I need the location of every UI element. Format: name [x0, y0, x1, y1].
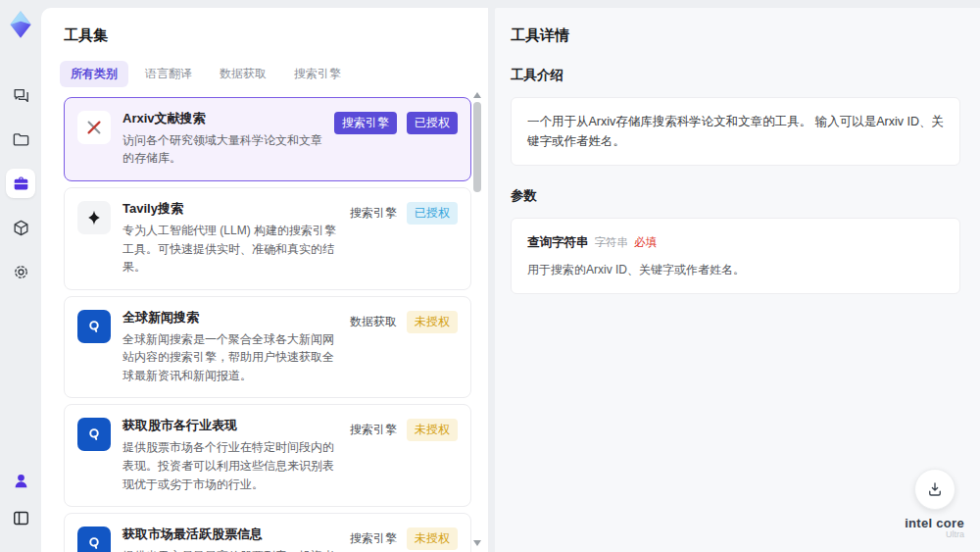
corner-widgets: intel core Ultra [905, 469, 964, 540]
news-icon [77, 527, 111, 552]
app-sidebar [0, 0, 41, 552]
news-icon [77, 418, 111, 451]
tool-card[interactable]: Arxiv文献搜索 访问各个研究领域大量科学论文和文章的存储库。 搜索引擎 已授… [64, 97, 471, 181]
param-name: 查询字符串 [527, 232, 589, 252]
sidebar-item-collapse[interactable] [6, 503, 35, 532]
tool-detail-panel: 工具详情 工具介绍 一个用于从Arxiv存储库搜索科学论文和文章的工具。 输入可… [495, 8, 980, 552]
param-desc: 用于搜索的Arxiv ID、关键字或作者姓名。 [527, 261, 944, 279]
scroll-up-icon[interactable] [473, 92, 481, 98]
tab-all[interactable]: 所有类别 [60, 61, 128, 87]
folder-icon [12, 130, 30, 149]
avatar-icon [12, 472, 30, 490]
param-box: 查询字符串 字符串 必填 用于搜索的Arxiv ID、关键字或作者姓名。 [511, 218, 960, 294]
intro-heading: 工具介绍 [511, 67, 960, 84]
tool-description: 全球新闻搜索是一个聚合全球各大新闻网站内容的搜索引擎，帮助用户快速获取全球最新资… [122, 330, 338, 385]
detail-title: 工具详情 [511, 26, 960, 45]
tool-auth-badge: 已授权 [407, 112, 458, 134]
tool-description: 提供股票市场各个行业在特定时间段内的表现。投资者可以利用这些信息来识别表现优于或… [122, 438, 338, 493]
tab-search[interactable]: 搜索引擎 [283, 61, 352, 87]
tool-card[interactable]: 获取市场最活跃股票信息 提供当天交易量最高的股票列表，投资者可以利用这些信息来识… [64, 513, 471, 552]
download-button[interactable] [914, 469, 956, 510]
tool-description: 提供当天交易量最高的股票列表，投资者可以利用这些信息来识别流动性强的股票和潜在的… [122, 547, 338, 552]
tool-category-badge: 搜索引擎 [350, 530, 397, 547]
scrollbar-thumb[interactable] [473, 102, 481, 192]
tool-name: Tavily搜索 [122, 201, 338, 218]
arxiv-icon [77, 111, 111, 144]
tab-data[interactable]: 数据获取 [209, 61, 277, 87]
sidebar-bottom [6, 466, 35, 540]
tool-auth-badge: 未授权 [407, 419, 458, 441]
tool-auth-badge: 未授权 [407, 311, 458, 333]
page-title: 工具集 [64, 26, 488, 45]
chat-icon [12, 86, 30, 105]
category-tabs: 所有类别语言翻译数据获取搜索引擎 [60, 61, 488, 87]
scroll-down-icon[interactable] [473, 540, 481, 546]
param-required-badge: 必填 [634, 233, 657, 251]
briefcase-icon [12, 175, 30, 193]
tool-name: 获取股市各行业表现 [122, 418, 338, 434]
params-heading: 参数 [511, 187, 960, 205]
tool-category-badge: 搜索引擎 [350, 205, 397, 222]
tool-name: 获取市场最活跃股票信息 [122, 527, 338, 543]
list-scrollbar[interactable] [472, 92, 482, 546]
tool-category-badge: 搜索引擎 [350, 422, 397, 438]
tool-category-badge: 数据获取 [350, 314, 397, 330]
panel-toggle-icon [12, 509, 30, 527]
intro-box: 一个用于从Arxiv存储库搜索科学论文和文章的工具。 输入可以是Arxiv ID… [511, 97, 960, 166]
sidebar-item-models[interactable] [6, 213, 35, 242]
sidebar-item-profile[interactable] [6, 466, 35, 495]
tool-description: 访问各个研究领域大量科学论文和文章的存储库。 [122, 131, 322, 168]
param-type: 字符串 [595, 233, 629, 251]
news-icon [77, 310, 111, 343]
sidebar-item-settings[interactable] [6, 257, 35, 286]
tool-card[interactable]: 获取股市各行业表现 提供股票市场各个行业在特定时间段内的表现。投资者可以利用这些… [64, 404, 471, 507]
gear-icon [12, 263, 30, 281]
tool-auth-badge: 已授权 [407, 202, 458, 225]
tool-category-badge: 搜索引擎 [334, 112, 397, 134]
sidebar-item-folder[interactable] [6, 125, 35, 154]
tool-list: Arxiv文献搜索 访问各个研究领域大量科学论文和文章的存储库。 搜索引擎 已授… [64, 97, 471, 552]
brand-subtext: Ultra [905, 530, 964, 540]
intel-core-logo: intel core Ultra [905, 517, 964, 540]
brand-text: intel core [905, 516, 964, 530]
sidebar-nav [6, 80, 35, 301]
tool-name: Arxiv文献搜索 [122, 111, 322, 127]
tool-description: 专为人工智能代理 (LLM) 构建的搜索引擎工具。可快速提供实时、准确和真实的结… [122, 222, 338, 276]
cube-icon [12, 219, 30, 237]
app-logo-icon [6, 10, 35, 39]
tool-name: 全球新闻搜索 [122, 310, 338, 326]
tool-auth-badge: 未授权 [407, 527, 458, 550]
tab-translate[interactable]: 语言翻译 [134, 61, 203, 87]
intro-text: 一个用于从Arxiv存储库搜索科学论文和文章的工具。 输入可以是Arxiv ID… [527, 115, 944, 148]
sidebar-item-toolbox[interactable] [6, 169, 35, 198]
download-icon [926, 480, 944, 498]
sparkle-icon [77, 201, 111, 234]
tool-card[interactable]: Tavily搜索 专为人工智能代理 (LLM) 构建的搜索引擎工具。可快速提供实… [64, 187, 471, 290]
tools-panel: 工具集 所有类别语言翻译数据获取搜索引擎 Arxiv文献搜索 访问各个研究领域大… [41, 8, 488, 552]
tool-card[interactable]: 全球新闻搜索 全球新闻搜索是一个聚合全球各大新闻网站内容的搜索引擎，帮助用户快速… [64, 296, 471, 399]
sidebar-item-chat[interactable] [6, 80, 35, 110]
